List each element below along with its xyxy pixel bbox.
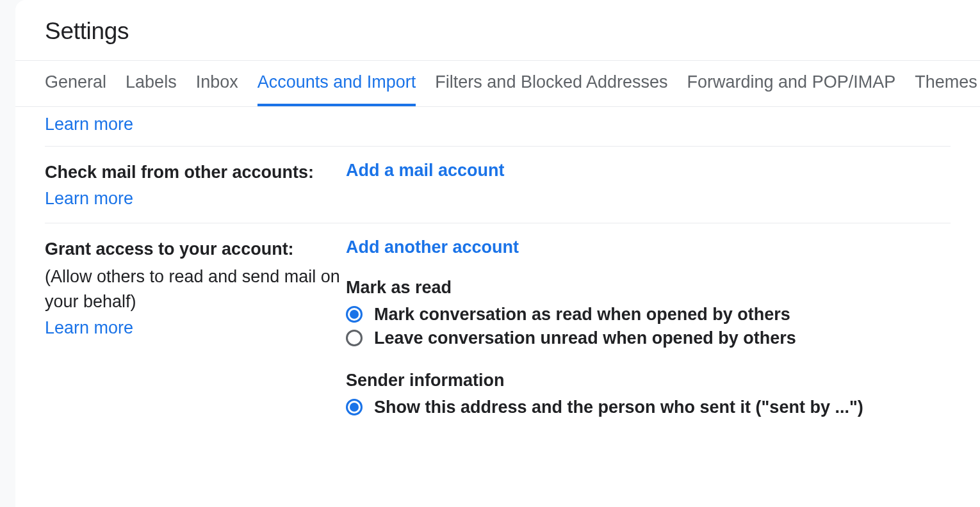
sender-information-group: Sender information Show this address and… [346, 371, 951, 419]
sender-information-heading: Sender information [346, 371, 951, 390]
check-mail-learn-more-link[interactable]: Learn more [45, 189, 133, 208]
check-mail-left: Check mail from other accounts: Learn mo… [45, 161, 346, 209]
tab-inbox[interactable]: Inbox [196, 61, 238, 106]
check-mail-right: Add a mail account [346, 161, 951, 209]
grant-access-learn-more-link[interactable]: Learn more [45, 318, 133, 337]
tab-forwarding-pop-imap[interactable]: Forwarding and POP/IMAP [687, 61, 896, 106]
radio-label: Mark conversation as read when opened by… [374, 305, 790, 325]
tab-themes[interactable]: Themes [915, 61, 977, 106]
grant-access-section: Grant access to your account: (Allow oth… [45, 223, 951, 433]
mark-as-read-option-1[interactable]: Mark conversation as read when opened by… [346, 303, 951, 326]
mark-as-read-heading: Mark as read [346, 278, 951, 298]
learn-more-section: Learn more [45, 107, 951, 147]
tab-filters-and-blocked[interactable]: Filters and Blocked Addresses [435, 61, 667, 106]
tab-accounts-and-import[interactable]: Accounts and Import [257, 61, 416, 106]
settings-tabs: General Labels Inbox Accounts and Import… [15, 60, 980, 107]
grant-access-label: Grant access to your account: [45, 237, 346, 262]
radio-icon[interactable] [346, 399, 363, 415]
grant-access-sublabel: (Allow others to read and send mail on y… [45, 264, 346, 314]
sender-information-option-1[interactable]: Show this address and the person who sen… [346, 396, 951, 419]
mark-as-read-group: Mark as read Mark conversation as read w… [346, 278, 951, 350]
radio-icon[interactable] [346, 330, 363, 346]
tab-labels[interactable]: Labels [126, 61, 177, 106]
learn-more-link[interactable]: Learn more [45, 115, 133, 134]
page-title: Settings [15, 0, 980, 60]
add-another-account-link[interactable]: Add another account [346, 237, 519, 257]
add-mail-account-link[interactable]: Add a mail account [346, 161, 505, 180]
radio-label: Show this address and the person who sen… [374, 398, 863, 417]
radio-icon[interactable] [346, 306, 363, 323]
grant-access-right: Add another account Mark as read Mark co… [346, 237, 951, 419]
tab-general[interactable]: General [45, 61, 106, 106]
settings-panel: Settings General Labels Inbox Accounts a… [15, 0, 980, 507]
grant-access-left: Grant access to your account: (Allow oth… [45, 237, 346, 419]
radio-label: Leave conversation unread when opened by… [374, 328, 796, 348]
settings-content: Learn more Check mail from other account… [15, 107, 980, 433]
check-mail-label: Check mail from other accounts: [45, 161, 346, 185]
mark-as-read-option-2[interactable]: Leave conversation unread when opened by… [346, 326, 951, 350]
check-mail-section: Check mail from other accounts: Learn mo… [45, 147, 951, 223]
